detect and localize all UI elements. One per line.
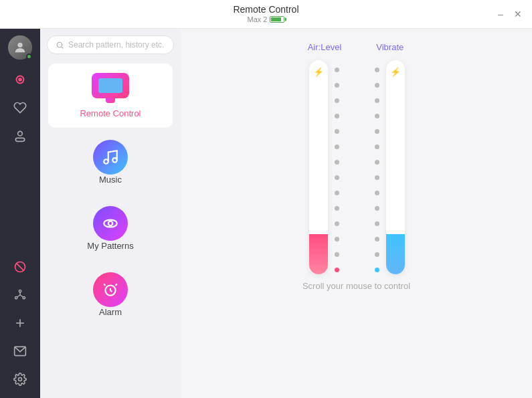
vibrate-dot-7 — [375, 160, 379, 165]
air-dot-13 — [335, 252, 339, 257]
alarm-icon — [93, 272, 128, 307]
vibrate-bolt-icon: ⚡ — [390, 67, 401, 77]
vibrate-dot-3 — [375, 98, 379, 103]
svg-line-11 — [20, 295, 23, 297]
sidebar-item-radio[interactable] — [8, 68, 32, 92]
online-status-dot — [26, 54, 32, 60]
svg-line-23 — [110, 290, 112, 292]
air-dot-9 — [335, 191, 339, 195]
svg-point-15 — [19, 378, 22, 381]
vibrate-dot-9 — [375, 191, 379, 195]
nav-item-remote-control[interactable]: Remote Control — [48, 64, 173, 128]
titlebar-title-group: Remote Control Max 2 — [233, 4, 298, 24]
nav-label-music: Music — [99, 175, 122, 185]
left-sidebar — [0, 29, 40, 398]
svg-point-1 — [19, 78, 21, 81]
search-bar[interactable]: Search pattern, history etc. — [47, 35, 174, 54]
vibrate-dot-11 — [375, 221, 379, 226]
scroll-hint: Scroll your mouse to control — [302, 281, 410, 291]
window-controls: – ✕ — [495, 8, 524, 20]
close-button[interactable]: ✕ — [512, 8, 524, 20]
vibrate-dot-14 — [375, 268, 379, 272]
air-bolt-icon: ⚡ — [313, 67, 324, 77]
sidebar-item-mail[interactable] — [8, 339, 32, 363]
nav-item-music[interactable]: Music — [48, 130, 173, 194]
air-dot-2 — [335, 83, 339, 88]
air-dots-column — [335, 62, 339, 272]
air-slider-track[interactable]: ⚡ — [309, 60, 328, 274]
nav-item-alarm[interactable]: Alarm — [48, 263, 173, 326]
svg-line-17 — [62, 47, 63, 48]
vibrate-slider-track[interactable]: ⚡ — [386, 60, 405, 274]
svg-point-18 — [104, 159, 108, 164]
svg-point-0 — [17, 43, 22, 47]
vibrate-dot-8 — [375, 175, 379, 180]
svg-rect-3 — [15, 138, 24, 141]
app-subtitle: Max 2 — [233, 15, 298, 24]
vibrate-dot-10 — [375, 206, 379, 211]
sliders-wrapper: Air:Level ⚡ — [201, 42, 512, 274]
air-dot-6 — [335, 144, 339, 149]
battery-icon — [270, 16, 284, 23]
app-title: Remote Control — [233, 4, 298, 15]
sidebar-item-ban[interactable] — [8, 255, 32, 279]
vibrate-dot-4 — [375, 114, 379, 118]
air-dot-5 — [335, 129, 339, 134]
air-dot-4 — [335, 114, 339, 118]
vibrate-slider-fill — [386, 234, 405, 274]
device-name: Max 2 — [248, 15, 268, 24]
svg-point-19 — [112, 158, 117, 163]
air-slider-fill — [309, 234, 328, 274]
svg-point-20 — [108, 221, 113, 226]
air-dot-7 — [335, 160, 339, 165]
main-content: Air:Level ⚡ — [181, 29, 532, 398]
nav-label-alarm: Alarm — [99, 307, 122, 317]
patterns-icon — [93, 206, 128, 241]
vibrate-dot-2 — [375, 83, 379, 88]
air-level-label: Air:Level — [308, 42, 342, 52]
vibrate-dot-1 — [375, 68, 379, 72]
vibrate-dot-6 — [375, 144, 379, 149]
vibrate-dot-12 — [375, 237, 379, 241]
vibrate-dot-5 — [375, 129, 379, 134]
sidebar-item-user[interactable] — [8, 124, 32, 148]
air-dot-10 — [335, 206, 339, 211]
vibrate-dot-13 — [375, 252, 379, 257]
svg-point-16 — [57, 42, 62, 47]
nav-sidebar: Search pattern, history etc. Remote Cont… — [40, 29, 181, 398]
vibrate-section: Vibrate — [375, 42, 405, 274]
svg-line-10 — [17, 295, 20, 297]
sidebar-item-cluster[interactable] — [8, 283, 32, 307]
air-slider-container: ⚡ — [309, 60, 339, 274]
svg-point-6 — [19, 290, 21, 292]
avatar[interactable] — [8, 35, 32, 60]
vibrate-dots-column — [375, 62, 379, 272]
air-dot-14 — [335, 268, 339, 272]
search-placeholder: Search pattern, history etc. — [68, 40, 164, 49]
nav-item-my-patterns[interactable]: My Patterns — [48, 197, 173, 260]
sidebar-item-settings[interactable] — [8, 367, 32, 391]
air-dot-1 — [335, 68, 339, 72]
vibrate-slider-container: ⚡ — [375, 60, 405, 274]
nav-label-my-patterns: My Patterns — [87, 241, 133, 251]
air-level-section: Air:Level ⚡ — [308, 42, 342, 274]
sidebar-item-heart[interactable] — [8, 96, 32, 120]
air-dot-3 — [335, 98, 339, 103]
air-dot-8 — [335, 175, 339, 180]
sidebar-item-add[interactable] — [8, 311, 32, 335]
titlebar: Remote Control Max 2 – ✕ — [0, 0, 532, 29]
vibrate-label: Vibrate — [376, 42, 404, 52]
nav-label-remote-control: Remote Control — [80, 108, 141, 118]
air-dot-12 — [335, 237, 339, 241]
svg-line-5 — [16, 263, 24, 271]
minimize-button[interactable]: – — [495, 8, 507, 20]
svg-point-2 — [18, 131, 23, 136]
air-dot-11 — [335, 221, 339, 226]
music-icon — [93, 140, 128, 175]
main-layout: Search pattern, history etc. Remote Cont… — [0, 29, 532, 398]
